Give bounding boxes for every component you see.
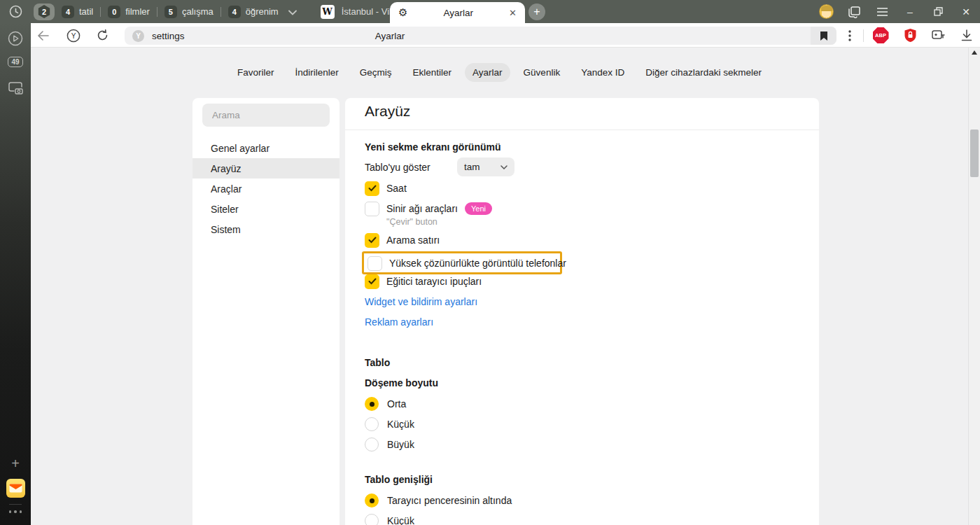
scrollbar-thumb[interactable] <box>970 130 979 177</box>
radio-selected[interactable] <box>365 493 379 507</box>
screenshot-button[interactable] <box>0 81 31 95</box>
avatar <box>819 4 834 19</box>
protect-extension-button[interactable] <box>898 23 922 48</box>
new-badge: Yeni <box>465 202 492 215</box>
radio-row-tarayici-altinda[interactable]: Tarayıcı penceresinin altında <box>365 493 512 508</box>
nav-favoriler[interactable]: Favoriler <box>230 63 282 82</box>
checkbox-label: Saat <box>386 183 407 194</box>
radio-unselected[interactable] <box>365 417 379 431</box>
checkbox-unchecked[interactable] <box>368 256 382 271</box>
restore-button[interactable] <box>924 0 952 23</box>
minimize-button[interactable]: – <box>896 0 924 23</box>
checkbox-row-saat[interactable]: Saat <box>365 181 407 196</box>
search-input[interactable] <box>202 104 330 127</box>
checkbox-unchecked[interactable] <box>365 202 379 216</box>
nav-yandex-id[interactable]: Yandex ID <box>573 63 632 82</box>
history-button[interactable] <box>0 5 31 18</box>
checkbox-row-egitici-ipuclari[interactable]: Eğitici tarayıcı ipuçları <box>365 274 482 289</box>
rail-add-button[interactable]: + <box>0 456 31 472</box>
sidebar-item-genel-ayarlar[interactable]: Genel ayarlar <box>192 138 340 158</box>
link-widget-bildirim[interactable]: Widget ve bildirim ayarları <box>365 296 477 307</box>
radio-unselected[interactable] <box>365 514 379 525</box>
browser-window: 2 4 tatil 0 filmler 5 çalışma 4 öğrenim … <box>0 0 980 525</box>
radio-row-kucuk-genislik[interactable]: Küçük <box>365 513 414 525</box>
screenshot-camera-icon <box>8 81 24 95</box>
tab-ayarlar-active[interactable]: ⚙ Ayarlar ✕ <box>390 2 525 23</box>
radio-label: Tarayıcı penceresinin altında <box>387 495 512 506</box>
radio-selected[interactable] <box>365 397 379 411</box>
radio-unselected[interactable] <box>365 438 379 451</box>
nav-diger-cihazlar[interactable]: Diğer cihazlardaki sekmeler <box>638 63 769 82</box>
radio-label: Küçük <box>387 419 414 430</box>
scroll-up-arrow[interactable] <box>972 50 977 55</box>
restore-icon <box>934 7 943 16</box>
panels-icon <box>848 6 861 18</box>
tab-group-count: 4 <box>62 6 74 18</box>
rail-more-button[interactable] <box>0 510 31 513</box>
new-tab-button[interactable]: + <box>528 4 545 20</box>
checkbox-checked[interactable] <box>365 233 379 248</box>
radio-label: Küçük <box>387 515 414 525</box>
checkbox-row-arama-satiri[interactable]: Arama satırı <box>365 232 440 248</box>
tab-title: Ayarlar <box>407 8 509 18</box>
subheading-doseme-boyutu: Döşeme boyutu <box>365 377 438 388</box>
close-window-button[interactable]: ✕ <box>952 0 980 23</box>
checkbox-label: Eğitici tarayıcı ipuçları <box>386 276 482 287</box>
scrollbar[interactable] <box>968 48 980 525</box>
tab-counter-button[interactable]: 49 <box>0 57 31 67</box>
video-player-button[interactable] <box>0 31 31 46</box>
tab-group-tatil[interactable]: 4 tatil <box>55 6 100 18</box>
yandex-home-button[interactable]: Y <box>62 23 85 48</box>
checkbox-checked[interactable] <box>365 181 379 196</box>
password-manager-button[interactable] <box>926 23 950 48</box>
nav-guvenlik[interactable]: Güvenlik <box>516 63 568 82</box>
settings-nav: Favoriler İndirilenler Geçmiş Eklentiler… <box>31 63 968 82</box>
subheading-tablo-genisligi: Tablo genişliği <box>365 474 433 485</box>
sidebar-item-sistem[interactable]: Sistem <box>192 219 340 239</box>
checkbox-row-yuksek-cozunurluk[interactable]: Yüksek çözünürlükte görüntülü telefonlar <box>368 255 566 271</box>
profile-button[interactable] <box>812 0 840 23</box>
toolbar-divider <box>863 29 864 42</box>
tab-group-filmler[interactable]: 0 filmler <box>101 6 157 18</box>
page-title: Ayarlar <box>375 31 405 41</box>
tab-group-label: filmler <box>125 6 150 17</box>
adblock-extension-button[interactable]: ABP <box>869 23 892 48</box>
address-bar[interactable]: Y settings Ayarlar <box>125 27 836 45</box>
sidebar-item-siteler[interactable]: Siteler <box>192 199 340 219</box>
tab-group-calisma[interactable]: 5 çalışma <box>158 6 220 18</box>
tab-group-ogrenim[interactable]: 4 öğrenim <box>221 6 286 18</box>
downloads-button[interactable] <box>955 23 979 48</box>
nav-ayarlar[interactable]: Ayarlar <box>465 63 510 82</box>
sidebar-item-araclar[interactable]: Araçlar <box>192 178 340 199</box>
nav-eklentiler[interactable]: Eklentiler <box>405 63 460 82</box>
radio-row-buyuk[interactable]: Büyük <box>365 437 414 452</box>
back-button[interactable] <box>31 23 55 48</box>
nav-indirilenler[interactable]: İndirilenler <box>288 63 346 82</box>
radio-label: Orta <box>387 398 406 410</box>
content-title: Arayüz <box>365 103 410 120</box>
nav-gecmis[interactable]: Geçmiş <box>352 63 400 82</box>
table-show-dropdown[interactable]: tam <box>457 158 514 176</box>
menu-button[interactable] <box>868 0 896 23</box>
radio-row-kucuk[interactable]: Küçük <box>365 416 414 432</box>
yandex-logo-icon: Y <box>66 29 80 43</box>
checkbox-checked[interactable] <box>365 274 379 289</box>
sidebar-item-arayuz[interactable]: Arayüz <box>192 158 340 178</box>
tab-close-icon[interactable]: ✕ <box>509 8 517 18</box>
checkbox-row-sinir-agi[interactable]: Sinir ağı araçları Yeni <box>365 201 492 216</box>
refresh-button[interactable] <box>90 23 114 48</box>
tab-panels-button[interactable] <box>840 0 868 23</box>
bookmark-button[interactable] <box>811 27 836 45</box>
refresh-icon <box>97 29 108 41</box>
tab-group-label: öğrenim <box>246 6 279 17</box>
dropdown-label: Tablo'yu göster tam <box>365 162 430 173</box>
title-divider <box>345 130 819 130</box>
tab-group-count: 5 <box>164 6 177 18</box>
extensions-menu-button[interactable] <box>838 23 862 48</box>
link-reklam-ayarlari[interactable]: Reklam ayarları <box>365 316 433 328</box>
tab-group-active[interactable]: 2 <box>34 4 55 20</box>
yandex-mail-button[interactable] <box>0 479 31 498</box>
groups-overflow-button[interactable] <box>288 6 297 18</box>
dropdown-value: tam <box>464 162 480 172</box>
radio-row-orta[interactable]: Orta <box>365 396 406 412</box>
